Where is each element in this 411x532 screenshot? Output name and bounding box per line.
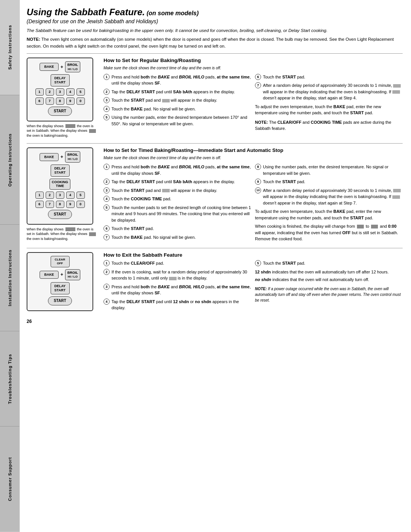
step-item: 2 Tap the DELAY START pad until SAb bAth… <box>104 179 251 185</box>
section2-steps-right: 8 Using the number pads, enter the desir… <box>255 164 403 243</box>
note-text: NOTE: The oven light comes on automatica… <box>27 36 403 50</box>
page-title-area: Using the Sabbath Feature. (on some mode… <box>27 7 403 50</box>
broil-key-3: BROILHI / LO <box>65 269 80 281</box>
step-num: 2 <box>104 179 110 185</box>
section1-steps-right: 6 Touch the START pad. 7 After a random … <box>255 74 403 132</box>
section3-steps-right: 5 Touch the START pad. 12 shdn indicates… <box>255 260 403 313</box>
section3-title: How to Exit the Sabbath Feature <box>104 252 403 258</box>
key-6-2: 6 <box>35 201 44 208</box>
step-num: 7 <box>104 234 110 240</box>
key-9: 9 <box>66 97 75 105</box>
keypad-caption-1: When the display shows the oven is set i… <box>27 124 99 138</box>
step-item: 2 If the oven is cooking, wait for a ran… <box>104 269 251 281</box>
key-1-2: 1 <box>35 192 44 199</box>
step-num: 4 <box>104 299 110 305</box>
step-num: 8 <box>255 164 261 170</box>
bake-key-2: BAKE <box>40 153 59 161</box>
key-2: 2 <box>46 88 54 96</box>
step-item: 1 Press and hold both the BAKE and BROIL… <box>104 74 251 86</box>
sidebar-item-consumer: Consumer Support <box>7 455 13 503</box>
start-key-3: START <box>48 296 72 305</box>
key-2-2: 2 <box>46 192 54 199</box>
step-num: 1 <box>104 74 110 80</box>
section3-steps: How to Exit the Sabbath Feature 1 Touch … <box>104 252 403 313</box>
key-5-2: 5 <box>76 192 85 199</box>
key-8: 8 <box>56 97 64 105</box>
section-timed-baking: BAKE + BROILHI / LO DELAYSTART COOKINGTI… <box>27 143 403 243</box>
section1-steps-left: 1 Press and hold both the BAKE and BROIL… <box>104 74 251 132</box>
key-6: 6 <box>35 97 44 105</box>
step-num: 6 <box>104 225 110 232</box>
section2-steps-left: 1 Press and hold both the BAKE and BROIL… <box>104 164 251 243</box>
start-key-2: START <box>48 210 72 219</box>
step-num: 5 <box>255 260 261 266</box>
section3-note3: NOTE: If a power outage occurred while t… <box>255 286 403 303</box>
bake-key-3: BAKE <box>40 271 59 279</box>
key-4-2: 4 <box>66 192 75 199</box>
step-item: 5 Touch the number pads to set the desir… <box>104 204 251 224</box>
key-8-2: 8 <box>56 201 64 208</box>
page-subtitle: (Designed for use on the Jewish Sabbath … <box>27 18 403 24</box>
step-num: 2 <box>104 89 110 95</box>
delay-start-key-3: DELAYSTART <box>51 282 70 294</box>
delay-start-key-2: DELAYSTART <box>51 165 70 177</box>
section3-keypad: CLEAROFF BAKE + BROILHI / LO DELAYSTART … <box>27 252 99 313</box>
key-4: 4 <box>66 88 75 96</box>
key-3-2: 3 <box>56 192 64 199</box>
step-item: 8 Using the number pads, enter the desir… <box>255 164 403 176</box>
step-num: 5 <box>104 114 110 120</box>
sidebar: Safety Instructions Operating Instructio… <box>0 0 20 532</box>
key-3: 3 <box>56 88 64 96</box>
section1-title: How to Set for Regular Baking/Roasting <box>104 58 403 63</box>
main-content: Using the Sabbath Feature. (on some mode… <box>20 0 411 532</box>
section1-keypad: BAKE + BROILHI / LO DELAYSTART 1 2 3 4 5 <box>27 58 99 138</box>
step-item: 10 After a random delay period of approx… <box>255 187 403 206</box>
step-item: 4 Touch the BAKE pad. No signal will be … <box>104 106 251 112</box>
key-0: 0 <box>76 97 85 105</box>
step-item: 5 Using the number pads, enter the desir… <box>104 114 251 127</box>
step-num: 10 <box>255 187 261 193</box>
step-num: 4 <box>104 106 110 112</box>
step-num: 4 <box>104 196 110 202</box>
step-item: 7 After a random delay period of approxi… <box>255 82 403 101</box>
sidebar-item-installation: Installation Instructions <box>7 247 13 308</box>
key-9-2: 9 <box>66 201 75 208</box>
section1-subtitle: Make sure the clock shows the correct ti… <box>104 66 403 71</box>
step-num: 7 <box>255 82 261 88</box>
step-num: 9 <box>255 179 261 185</box>
step-num: 3 <box>104 284 110 290</box>
section1-note: To adjust the oven temperature, touch th… <box>255 104 403 116</box>
step-item: 6 Touch the START pad. <box>104 225 251 232</box>
step-item: 4 Touch the COOKING TIME pad. <box>104 196 251 202</box>
key-7-2: 7 <box>46 201 54 208</box>
section1-steps: How to Set for Regular Baking/Roasting M… <box>104 58 403 138</box>
step-num: 1 <box>104 164 110 170</box>
step-item: 4 Tap the DELAY START pad until 12 shdn … <box>104 299 251 311</box>
bake-key: BAKE <box>40 63 59 71</box>
step-item: 7 Touch the BAKE pad. No signal will be … <box>104 234 251 241</box>
section-regular-baking: BAKE + BROILHI / LO DELAYSTART 1 2 3 4 5 <box>27 53 403 138</box>
section2-note: To adjust the oven temperature, touch th… <box>255 208 403 221</box>
cooking-time-key: COOKINGTIME <box>49 179 70 190</box>
delay-start-key: DELAYSTART <box>51 74 70 86</box>
page-title: Using the Sabbath Feature. (on some mode… <box>27 7 403 18</box>
step-item: 6 Touch the START pad. <box>255 74 403 80</box>
broil-key-2: BROILHI / LO <box>65 151 80 163</box>
step-item: 1 Press and hold both the BAKE and BROIL… <box>104 164 251 176</box>
step-item: 3 Touch the START pad and will appear in… <box>104 187 251 194</box>
step-item: 3 Press and hold both the BAKE and BROIL… <box>104 284 251 296</box>
section2-keypad: BAKE + BROILHI / LO DELAYSTART COOKINGTI… <box>27 147 99 243</box>
keypad-diagram-1: BAKE + BROILHI / LO DELAYSTART 1 2 3 4 5 <box>27 58 93 121</box>
key-0-2: 0 <box>76 201 85 208</box>
keypad-caption-2: When the display shows the oven is set i… <box>27 227 99 241</box>
step-num: 6 <box>255 74 261 80</box>
section1-note2: NOTE: The CLEAR/OFF and COOKING TIME pad… <box>255 119 403 132</box>
section3-note1: 12 shdn indicates that the oven will aut… <box>255 269 403 275</box>
section2-note2: When cooking is finished, the display wi… <box>255 223 403 242</box>
start-key: START <box>48 107 72 116</box>
keypad-diagram-2: BAKE + BROILHI / LO DELAYSTART COOKINGTI… <box>27 147 93 224</box>
section-exit-sabbath: CLEAROFF BAKE + BROILHI / LO DELAYSTART … <box>27 248 403 313</box>
step-num: 5 <box>104 204 110 211</box>
clear-off-key: CLEAROFF <box>51 256 70 267</box>
section3-note2: no shdn indicates that the oven will not… <box>255 276 403 283</box>
